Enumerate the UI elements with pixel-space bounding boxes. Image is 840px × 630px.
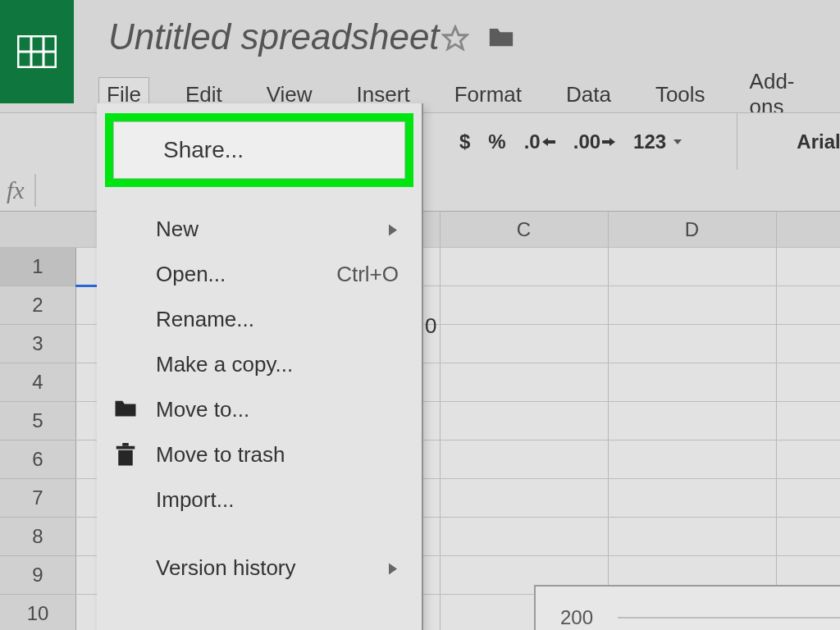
row-header-5[interactable]: 5 bbox=[0, 401, 75, 441]
font-family-button[interactable]: Arial bbox=[797, 130, 840, 153]
file-menu-version-history-label: Version history bbox=[156, 555, 296, 581]
file-menu-make-copy-label: Make a copy... bbox=[156, 352, 293, 377]
embedded-chart[interactable]: 200 150 bbox=[534, 585, 840, 630]
menu-format[interactable]: Format bbox=[446, 77, 530, 116]
file-menu-move-to-trash[interactable]: Move to trash bbox=[97, 432, 422, 477]
submenu-arrow-icon bbox=[387, 555, 399, 581]
file-menu-rename-label: Rename... bbox=[156, 307, 254, 332]
svg-rect-6 bbox=[116, 445, 135, 449]
arrow-right-icon bbox=[602, 138, 615, 146]
column-header-d[interactable]: D bbox=[608, 212, 777, 247]
format-currency-button[interactable]: $ bbox=[459, 130, 470, 153]
row-header-1[interactable]: 1 bbox=[0, 247, 75, 286]
file-menu-version-history[interactable]: Version history bbox=[97, 546, 422, 591]
submenu-arrow-icon bbox=[387, 217, 399, 242]
file-menu-import[interactable]: Import... bbox=[97, 477, 422, 523]
increase-decimal-label: .00 bbox=[573, 130, 600, 153]
share-highlight: Share... bbox=[105, 113, 413, 187]
trash-icon bbox=[113, 443, 138, 468]
format-percent-button[interactable]: % bbox=[488, 130, 505, 153]
sheets-grid-icon bbox=[17, 35, 57, 68]
star-icon[interactable] bbox=[441, 25, 469, 56]
row-header-2[interactable]: 2 bbox=[0, 285, 75, 325]
row-header-3[interactable]: 3 bbox=[0, 324, 75, 363]
file-menu-import-label: Import... bbox=[156, 487, 234, 513]
file-menu-dropdown: Share... New Open... Ctrl+O Rename... Ma… bbox=[97, 103, 423, 630]
svg-rect-7 bbox=[122, 443, 129, 446]
file-menu-open[interactable]: Open... Ctrl+O bbox=[97, 252, 422, 297]
move-folder-icon[interactable] bbox=[487, 25, 515, 52]
file-menu-share[interactable]: Share... bbox=[113, 121, 405, 179]
file-menu-move-to-trash-label: Move to trash bbox=[156, 442, 285, 468]
arrow-left-icon bbox=[542, 138, 555, 146]
increase-decimal-button[interactable]: .00 bbox=[573, 130, 615, 153]
file-menu-move-to[interactable]: Move to... bbox=[97, 387, 422, 432]
row-header-4[interactable]: 4 bbox=[0, 363, 75, 402]
row-headers: 1 2 3 4 5 6 7 8 9 10 bbox=[0, 247, 76, 630]
more-formats-label: 123 bbox=[633, 130, 666, 153]
y-tick-200: 200 bbox=[560, 606, 593, 629]
chart-gridline bbox=[618, 617, 840, 619]
file-menu-new[interactable]: New bbox=[97, 207, 422, 252]
row-header-8[interactable]: 8 bbox=[0, 517, 75, 556]
svg-marker-4 bbox=[444, 27, 467, 49]
cell-value-b2: 0 bbox=[425, 313, 436, 339]
file-menu-open-label: Open... bbox=[156, 262, 226, 287]
file-menu-rename[interactable]: Rename... bbox=[97, 297, 422, 342]
more-formats-button[interactable]: 123 bbox=[633, 130, 682, 153]
file-menu-make-copy[interactable]: Make a copy... bbox=[97, 342, 422, 387]
caret-down-icon bbox=[673, 138, 682, 146]
file-menu-new-label: New bbox=[156, 217, 199, 242]
decrease-decimal-button[interactable]: .0 bbox=[524, 130, 555, 153]
decrease-decimal-label: .0 bbox=[524, 130, 541, 153]
column-header-c[interactable]: C bbox=[440, 212, 609, 247]
sheets-logo[interactable] bbox=[0, 0, 74, 103]
row-header-10[interactable]: 10 bbox=[0, 594, 75, 630]
divider bbox=[34, 174, 36, 207]
fx-label: fx bbox=[3, 176, 34, 204]
file-menu-move-to-label: Move to... bbox=[156, 397, 249, 422]
menu-tools[interactable]: Tools bbox=[647, 77, 714, 116]
row-header-7[interactable]: 7 bbox=[0, 478, 75, 518]
svg-rect-5 bbox=[118, 450, 133, 465]
document-title[interactable]: Untitled spreadsheet bbox=[108, 16, 440, 57]
row-header-6[interactable]: 6 bbox=[0, 440, 75, 479]
menu-data[interactable]: Data bbox=[558, 77, 619, 116]
row-header-9[interactable]: 9 bbox=[0, 555, 75, 595]
folder-icon bbox=[113, 398, 138, 422]
file-menu-open-shortcut: Ctrl+O bbox=[336, 262, 399, 287]
menu-help[interactable]: Help bbox=[831, 77, 840, 116]
